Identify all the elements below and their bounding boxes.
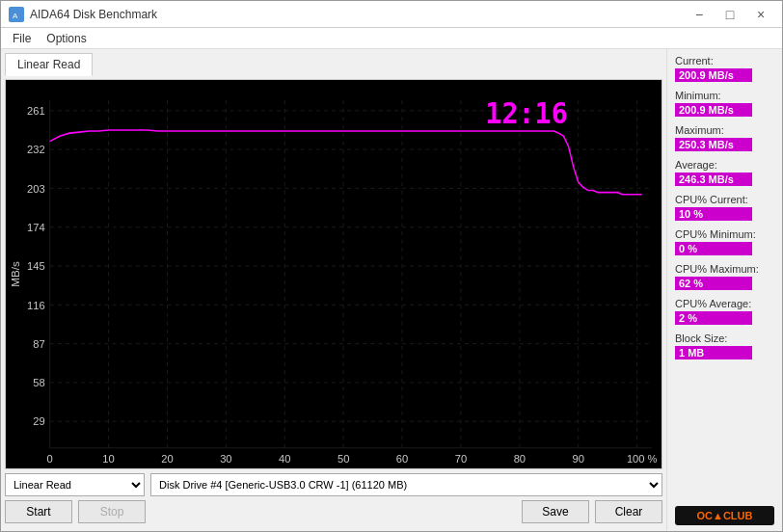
- svg-text:145: 145: [27, 260, 45, 272]
- minimum-stat: Minimum: 200.9 MB/s: [675, 90, 774, 117]
- app-icon: A: [9, 7, 24, 22]
- logo-badge: OC▲CLUB: [675, 506, 774, 525]
- cpu-minimum-stat: CPU% Minimum: 0 %: [675, 228, 774, 255]
- maximize-button[interactable]: □: [716, 5, 743, 24]
- main-window: A AIDA64 Disk Benchmark − □ × File Optio…: [0, 0, 783, 532]
- svg-text:203: 203: [27, 182, 45, 194]
- maximum-value: 250.3 MB/s: [675, 138, 752, 151]
- cpu-average-label: CPU% Average:: [675, 298, 774, 309]
- drive-select[interactable]: Disk Drive #4 [Generic-USB3.0 CRW -1] (6…: [150, 473, 662, 496]
- svg-text:87: 87: [33, 338, 44, 350]
- logo-text: OC: [697, 510, 714, 521]
- svg-text:116: 116: [27, 299, 45, 310]
- svg-text:70: 70: [455, 452, 467, 464]
- cpu-current-stat: CPU% Current: 10 %: [675, 194, 774, 221]
- start-button[interactable]: Start: [5, 500, 72, 523]
- button-row: Start Stop Save Clear: [5, 500, 662, 527]
- title-bar: A AIDA64 Disk Benchmark − □ ×: [1, 1, 782, 28]
- cpu-minimum-value: 0 %: [675, 242, 752, 255]
- controls-row: Linear Read Disk Drive #4 [Generic-USB3.…: [5, 473, 662, 496]
- svg-text:20: 20: [161, 452, 173, 464]
- svg-text:40: 40: [279, 452, 290, 464]
- logo-triangle: ▲: [713, 510, 723, 521]
- block-size-value: 1 MB: [675, 346, 752, 359]
- save-button[interactable]: Save: [522, 500, 589, 523]
- logo-club: CLUB: [723, 510, 753, 521]
- svg-text:29: 29: [33, 415, 44, 427]
- cpu-current-value: 10 %: [675, 207, 752, 221]
- tab-bar: Linear Read: [5, 53, 662, 75]
- close-button[interactable]: ×: [747, 5, 774, 24]
- maximum-label: Maximum:: [675, 124, 774, 136]
- svg-rect-2: [6, 80, 662, 468]
- average-label: Average:: [675, 159, 774, 171]
- cpu-maximum-stat: CPU% Maximum: 62 %: [675, 263, 774, 290]
- cpu-average-value: 2 %: [675, 311, 752, 325]
- content-area: Linear Read: [1, 49, 782, 531]
- window-title: AIDA64 Disk Benchmark: [30, 8, 157, 21]
- cpu-maximum-value: 62 %: [675, 277, 752, 290]
- stats-panel: Current: 200.9 MB/s Minimum: 200.9 MB/s …: [666, 49, 782, 531]
- clear-button[interactable]: Clear: [595, 500, 662, 523]
- cpu-average-stat: CPU% Average: 2 %: [675, 298, 774, 325]
- menu-file[interactable]: File: [5, 30, 39, 47]
- menu-bar: File Options: [1, 28, 782, 49]
- cpu-minimum-label: CPU% Minimum:: [675, 228, 774, 240]
- cpu-current-label: CPU% Current:: [675, 194, 774, 205]
- block-size-stat: Block Size: 1 MB: [675, 332, 774, 359]
- stop-button[interactable]: Stop: [78, 500, 146, 523]
- average-value: 246.3 MB/s: [675, 173, 752, 186]
- svg-text:10: 10: [102, 452, 114, 464]
- svg-text:80: 80: [514, 452, 526, 464]
- minimize-button[interactable]: −: [686, 5, 713, 24]
- chart-container: 261 232 203 174 145 116 87 58 29 MB/s 0 …: [5, 79, 662, 469]
- current-stat: Current: 200.9 MB/s: [675, 55, 774, 82]
- title-bar-left: A AIDA64 Disk Benchmark: [9, 7, 157, 22]
- current-label: Current:: [675, 55, 774, 66]
- svg-text:232: 232: [27, 144, 45, 155]
- svg-text:MB/s: MB/s: [10, 261, 21, 287]
- chart-svg: 261 232 203 174 145 116 87 58 29 MB/s 0 …: [6, 80, 662, 468]
- maximum-stat: Maximum: 250.3 MB/s: [675, 124, 774, 151]
- block-size-label: Block Size:: [675, 332, 774, 344]
- minimum-label: Minimum:: [675, 90, 774, 101]
- svg-text:60: 60: [396, 452, 408, 464]
- minimum-value: 200.9 MB/s: [675, 103, 752, 117]
- svg-text:12:16: 12:16: [485, 96, 568, 130]
- svg-text:261: 261: [27, 105, 45, 117]
- test-type-select[interactable]: Linear Read: [5, 473, 145, 496]
- tab-linear-read[interactable]: Linear Read: [5, 53, 93, 76]
- current-value: 200.9 MB/s: [675, 68, 752, 82]
- svg-text:A: A: [13, 12, 18, 20]
- svg-text:100 %: 100 %: [627, 452, 658, 464]
- main-panel: Linear Read: [1, 49, 666, 531]
- cpu-maximum-label: CPU% Maximum:: [675, 263, 774, 275]
- svg-text:90: 90: [573, 452, 584, 464]
- title-controls: − □ ×: [686, 5, 774, 24]
- menu-options[interactable]: Options: [39, 30, 94, 47]
- svg-text:58: 58: [33, 377, 44, 388]
- average-stat: Average: 246.3 MB/s: [675, 159, 774, 186]
- svg-text:174: 174: [27, 222, 45, 233]
- svg-text:30: 30: [220, 452, 231, 464]
- svg-text:0: 0: [47, 452, 53, 464]
- svg-text:50: 50: [338, 452, 349, 464]
